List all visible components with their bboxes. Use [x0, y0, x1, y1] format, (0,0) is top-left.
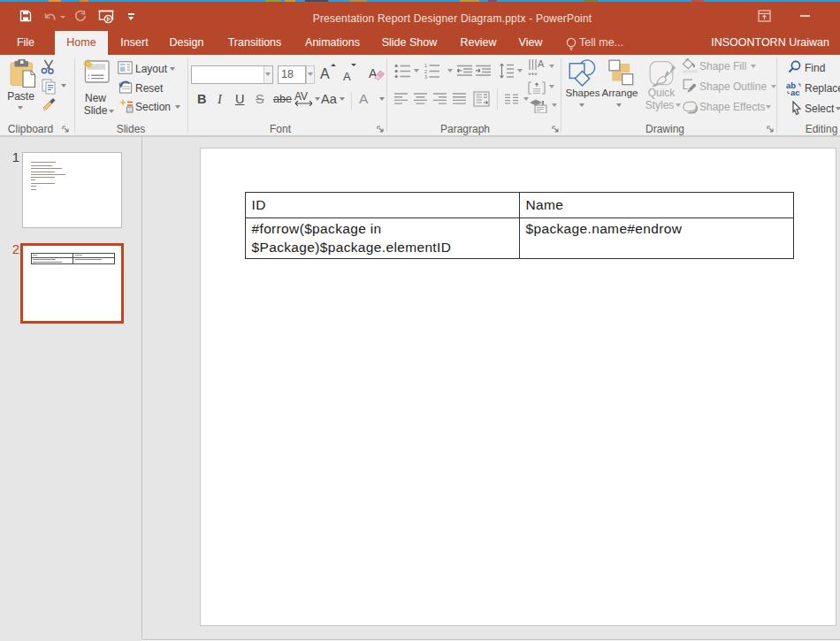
svg-text:1: 1	[424, 63, 427, 68]
svg-text:ac: ac	[790, 88, 800, 96]
svg-text:A: A	[538, 58, 545, 69]
svg-text:3: 3	[424, 74, 427, 80]
svg-text:2: 2	[424, 69, 427, 74]
